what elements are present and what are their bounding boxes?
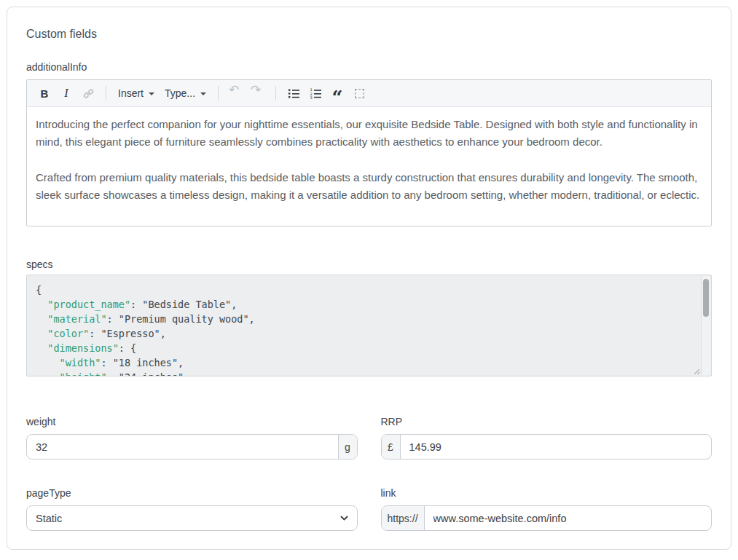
blockquote-button[interactable]: “ <box>327 89 348 108</box>
specs-code: { "product_name": "Bedside Table", "mate… <box>36 283 692 376</box>
visual-blocks-button[interactable] <box>349 84 369 103</box>
numbered-list-button[interactable]: 1 2 3 <box>305 84 326 103</box>
card-title: Custom fields <box>26 28 712 41</box>
editor-paragraph: Crafted from premium quality materials, … <box>36 169 702 204</box>
toolbar-divider <box>275 86 276 100</box>
type-dropdown[interactable]: Type... <box>160 84 211 103</box>
editor-toolbar: B I Insert Type... <box>27 80 711 107</box>
type-dropdown-label: Type... <box>165 87 195 99</box>
weight-rrp-row: weight g RRP £ <box>26 416 712 460</box>
currency-prefix: £ <box>382 435 401 459</box>
pagetype-link-row: pageType Static link https:// <box>26 487 712 531</box>
specs-field: specs { "product_name": "Bedside Table",… <box>26 259 712 376</box>
undo-icon[interactable]: ↶ <box>226 84 246 103</box>
toolbar-divider <box>218 86 219 100</box>
resize-handle-icon[interactable] <box>693 367 700 374</box>
link-button[interactable] <box>78 84 98 103</box>
insert-dropdown-label: Insert <box>118 87 144 99</box>
code-line: "product_name": "Bedside Table", <box>36 297 692 312</box>
link-icon <box>82 87 95 100</box>
json-key: "height" <box>60 371 107 376</box>
json-key: "dimensions" <box>47 342 119 354</box>
weight-label: weight <box>26 416 358 427</box>
bullet-list-icon <box>288 87 300 100</box>
weight-unit-suffix: g <box>338 435 357 459</box>
code-line: "width": "18 inches", <box>36 355 692 370</box>
page-type-label: pageType <box>26 487 358 499</box>
json-key: "material" <box>47 313 106 325</box>
visual-blocks-icon <box>355 89 364 98</box>
toolbar-divider <box>106 86 106 100</box>
json-key: "color" <box>47 328 89 339</box>
redo-icon[interactable]: ↷ <box>248 84 268 103</box>
rich-text-editor: B I Insert Type... <box>26 79 712 226</box>
link-field: link https:// <box>381 487 713 531</box>
page-type-select-wrap: Static <box>26 505 358 531</box>
link-label: link <box>381 487 713 499</box>
rrp-field: RRP £ <box>381 416 713 460</box>
additional-info-label: additionalInfo <box>26 61 712 73</box>
code-line: "dimensions": { <box>36 341 692 355</box>
chevron-down-icon <box>149 92 154 95</box>
italic-button[interactable]: I <box>56 84 76 103</box>
json-key: "product_name" <box>47 299 130 310</box>
code-line: "height": "24 inches" <box>36 370 692 376</box>
editor-paragraph: Introducing the perfect companion for yo… <box>36 116 702 151</box>
bold-button[interactable]: B <box>34 84 55 103</box>
specs-code-editor[interactable]: { "product_name": "Bedside Table", "mate… <box>26 275 712 376</box>
rrp-label: RRP <box>381 416 713 427</box>
link-input-group: https:// <box>381 505 713 531</box>
insert-dropdown[interactable]: Insert <box>114 84 159 103</box>
code-line: { <box>36 283 692 297</box>
weight-input-group: g <box>26 434 358 460</box>
chevron-down-icon <box>200 92 206 95</box>
editor-body[interactable]: Introducing the perfect companion for yo… <box>27 107 711 226</box>
additional-info-field: additionalInfo B I Insert <box>26 61 712 226</box>
custom-fields-card: Custom fields additionalInfo B I Insert <box>7 7 731 550</box>
code-line: "color": "Espresso", <box>36 326 692 341</box>
code-line: "material": "Premium quality wood", <box>36 312 692 326</box>
rrp-input-group: £ <box>381 434 713 460</box>
weight-field: weight g <box>26 416 358 460</box>
bullet-list-button[interactable] <box>283 84 304 103</box>
page-type-select[interactable]: Static <box>26 505 358 531</box>
weight-input[interactable] <box>27 435 338 459</box>
link-input[interactable] <box>425 506 711 530</box>
specs-label: specs <box>26 259 712 270</box>
page-type-field: pageType Static <box>26 487 358 531</box>
json-key: "width" <box>60 357 101 368</box>
rrp-input[interactable] <box>401 435 712 459</box>
scrollbar-track[interactable] <box>701 276 710 375</box>
svg-text:3: 3 <box>310 95 312 99</box>
protocol-prefix: https:// <box>382 506 425 530</box>
scrollbar-thumb[interactable] <box>703 279 709 317</box>
numbered-list-icon: 1 2 3 <box>310 87 322 100</box>
